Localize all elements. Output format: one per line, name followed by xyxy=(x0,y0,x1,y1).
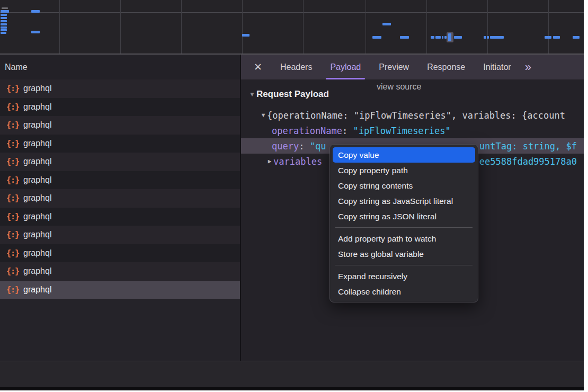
request-name: graphql xyxy=(23,84,51,93)
menu-item-copy-property-path[interactable]: Copy property path xyxy=(333,163,475,178)
request-timeline-bar[interactable] xyxy=(1,32,6,34)
request-timeline-bar[interactable] xyxy=(31,31,40,33)
name-column-header[interactable]: Name xyxy=(0,55,240,80)
overview-divider-line xyxy=(0,12,584,13)
menu-item-expand-recursively[interactable]: Expand recursively xyxy=(333,269,475,284)
request-row[interactable]: {:}graphql xyxy=(0,262,240,281)
property-key: query xyxy=(272,141,299,152)
tab-payload[interactable]: Payload xyxy=(330,55,361,79)
request-timeline-bar[interactable] xyxy=(435,36,441,39)
timeline-gridline xyxy=(303,0,304,54)
request-name: graphql xyxy=(23,230,51,239)
name-column-label: Name xyxy=(0,63,28,72)
detail-tabs-bar: ✕ HeadersPayloadPreviewResponseInitiator… xyxy=(241,55,584,79)
request-list: {:}graphql{:}graphql{:}graphql{:}graphql… xyxy=(0,79,240,299)
request-row[interactable]: {:}graphql xyxy=(0,171,240,190)
request-row[interactable]: {:}graphql xyxy=(0,98,240,117)
payload-row-operationName[interactable]: operationName: "ipFlowTimeseries" xyxy=(241,123,584,138)
request-row[interactable]: {:}graphql xyxy=(0,116,240,135)
menu-item-add-property-path-to-watch[interactable]: Add property path to watch xyxy=(333,231,475,246)
request-name: graphql xyxy=(23,212,51,221)
request-timeline-bar[interactable] xyxy=(242,34,250,37)
request-timeline-bar[interactable] xyxy=(1,23,7,25)
request-timeline-bar[interactable] xyxy=(1,29,7,31)
view-source-link[interactable]: view source xyxy=(377,80,421,94)
timeline-gridline xyxy=(366,0,366,54)
request-timeline-bar[interactable] xyxy=(490,36,504,39)
request-row[interactable]: {:}graphql xyxy=(0,244,240,263)
menu-item-copy-value[interactable]: Copy value xyxy=(333,147,475,163)
expand-icon[interactable]: ▶ xyxy=(266,158,273,165)
request-row[interactable]: {:}graphql xyxy=(0,226,240,244)
request-timeline-bar[interactable] xyxy=(31,10,40,13)
json-braces-icon: {:} xyxy=(6,139,19,148)
request-name: graphql xyxy=(23,175,51,185)
property-value: "ipFlowTimeseries" xyxy=(353,126,451,136)
payload-root-row[interactable]: ▼{operationName: "ipFlowTimeseries", var… xyxy=(241,108,584,123)
menu-separator xyxy=(335,227,473,228)
key-separator: : xyxy=(342,126,353,136)
request-timeline-bar[interactable] xyxy=(573,36,580,39)
menu-item-store-as-global-variable[interactable]: Store as global variable xyxy=(333,246,475,262)
request-timeline-bar[interactable] xyxy=(545,36,551,39)
tab-preview[interactable]: Preview xyxy=(379,55,409,79)
request-row[interactable]: {:}graphql xyxy=(0,189,240,208)
request-timeline-bar[interactable] xyxy=(1,10,9,13)
request-timeline-bar[interactable] xyxy=(372,36,381,39)
json-braces-icon: {:} xyxy=(6,248,19,258)
menu-item-copy-string-contents[interactable]: Copy string contents xyxy=(333,178,475,193)
request-timeline-bar[interactable] xyxy=(484,36,486,39)
timeline-gridline xyxy=(242,0,243,54)
expand-icon[interactable]: ▼ xyxy=(260,112,267,119)
request-name: graphql xyxy=(23,285,51,295)
request-timeline-bar[interactable] xyxy=(454,36,462,39)
timeline-gridline xyxy=(181,0,182,54)
close-icon[interactable]: ✕ xyxy=(254,61,262,73)
request-name: graphql xyxy=(23,266,51,276)
tab-headers[interactable]: Headers xyxy=(280,55,312,79)
json-braces-icon: {:} xyxy=(6,212,19,221)
request-timeline-bar[interactable] xyxy=(553,36,560,39)
request-timeline-bar[interactable] xyxy=(442,36,443,39)
request-list-empty-area xyxy=(0,299,240,361)
request-timeline-bar[interactable] xyxy=(1,20,7,22)
request-row[interactable]: {:}graphql xyxy=(0,135,240,153)
request-row[interactable]: {:}graphql xyxy=(0,281,240,299)
timeline-gridline xyxy=(120,0,121,54)
property-value-start: "qu xyxy=(310,141,326,152)
json-braces-icon: {:} xyxy=(6,266,19,276)
timeline-gridline xyxy=(548,0,549,54)
request-row[interactable]: {:}graphql xyxy=(0,79,240,98)
request-timeline-bar[interactable] xyxy=(444,36,447,39)
property-value-clipped: untTag: string, $f xyxy=(479,138,577,154)
request-timeline-bar[interactable] xyxy=(1,17,7,19)
request-timeline-bar[interactable] xyxy=(1,14,7,16)
timeline-gridline xyxy=(59,0,60,54)
menu-item-copy-string-as-json-literal[interactable]: Copy string as JSON literal xyxy=(333,209,475,224)
json-braces-icon: {:} xyxy=(6,84,19,93)
menu-item-copy-string-as-javascript-literal[interactable]: Copy string as JavaScript literal xyxy=(333,193,475,209)
panel-splitter[interactable] xyxy=(240,55,241,387)
object-preview: {operationName: "ipFlowTimeseries", vari… xyxy=(267,110,565,121)
property-key: variables xyxy=(273,156,322,167)
request-timeline-bar[interactable] xyxy=(382,23,391,25)
request-timeline-bar[interactable] xyxy=(1,26,7,29)
request-name: graphql xyxy=(23,193,51,203)
section-collapse-icon[interactable]: ▼ xyxy=(249,91,255,98)
request-name: graphql xyxy=(23,139,51,148)
tab-response[interactable]: Response xyxy=(427,55,465,79)
more-tabs-icon[interactable]: » xyxy=(525,61,531,73)
request-row[interactable]: {:}graphql xyxy=(0,153,240,171)
request-timeline-bar[interactable] xyxy=(487,36,489,39)
request-timeline-bar[interactable] xyxy=(448,33,451,41)
section-title: Request Payload xyxy=(256,89,329,100)
request-row[interactable]: {:}graphql xyxy=(0,208,240,226)
menu-item-collapse-children[interactable]: Collapse children xyxy=(333,284,475,299)
network-overview-timeline[interactable] xyxy=(0,0,584,54)
timeline-gridline xyxy=(426,0,427,54)
request-timeline-bar[interactable] xyxy=(400,36,409,39)
request-timeline-bar[interactable] xyxy=(431,36,434,39)
bottom-edge-bar xyxy=(0,387,584,390)
tab-initiator[interactable]: Initiator xyxy=(483,55,511,79)
json-braces-icon: {:} xyxy=(6,193,19,203)
